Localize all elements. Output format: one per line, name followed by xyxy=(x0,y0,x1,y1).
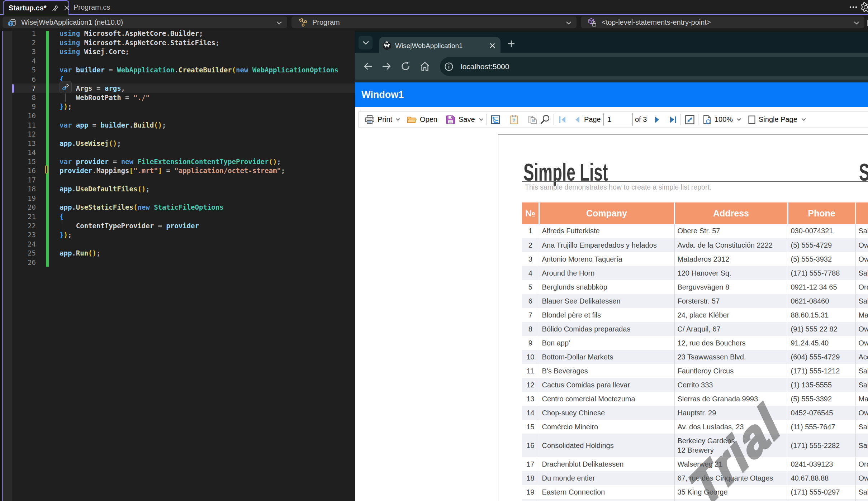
copy-page-button[interactable] xyxy=(527,111,537,128)
parameters-panel-button[interactable] xyxy=(491,111,500,128)
code-line-2[interactable]: 2using Microsoft.AspNetCore.StaticFiles; xyxy=(0,38,355,47)
code-line-25[interactable]: 25app.Run(); xyxy=(0,248,355,258)
document-outline-icon[interactable] xyxy=(866,19,868,27)
code-line-14[interactable]: 14 xyxy=(0,148,355,157)
table-cell: Sales Associate xyxy=(855,420,868,434)
line-number: 21 xyxy=(0,212,36,221)
forward-icon[interactable] xyxy=(381,61,392,73)
new-tab-button[interactable] xyxy=(507,40,515,49)
first-page-button[interactable] xyxy=(559,111,566,128)
table-cell: 17 xyxy=(522,457,539,471)
table-row: 13Centro comercial MoctezumaSierras de G… xyxy=(522,392,868,406)
table-cell: Owner xyxy=(855,322,868,336)
code-text: provider.Mappings[".mrt"] = "application… xyxy=(60,166,285,175)
table-cell: Sales Agent xyxy=(855,378,868,392)
code-text: WebRootPath = "./" xyxy=(60,93,150,102)
table-cell: 88.60.15.31 xyxy=(788,308,855,322)
home-icon[interactable] xyxy=(419,61,430,73)
page-copy-icon xyxy=(527,115,537,124)
code-line-11[interactable]: 11var app = builder.Build(); xyxy=(0,120,355,130)
close-icon[interactable] xyxy=(63,5,70,11)
pin-icon[interactable] xyxy=(52,4,59,11)
browser-tab-title: WisejWebApplication1 xyxy=(395,42,463,50)
print-label: Print xyxy=(378,115,392,124)
code-line-4[interactable]: 4 xyxy=(0,56,355,66)
gear-icon[interactable] xyxy=(861,2,868,12)
site-info-icon[interactable] xyxy=(444,62,454,71)
resources-button[interactable]: ? xyxy=(509,111,518,128)
method-cube-lock-icon xyxy=(587,18,597,27)
code-line-19[interactable]: 19 xyxy=(0,194,355,203)
code-line-21[interactable]: 21{ xyxy=(0,212,355,221)
type-dropdown[interactable]: Program xyxy=(291,16,577,28)
close-icon[interactable] xyxy=(489,43,495,49)
more-options-icon[interactable] xyxy=(849,6,857,9)
code-line-15[interactable]: 15var provider = new FileExtensionConten… xyxy=(0,157,355,166)
vs-tab-program-cs[interactable]: Program.cs xyxy=(73,0,110,14)
line-number: 2 xyxy=(0,38,36,47)
code-line-24[interactable]: 24 xyxy=(0,239,355,249)
table-cell: 40.67.88.88 xyxy=(788,471,855,485)
line-number: 7 xyxy=(0,84,36,93)
table-cell: 4 xyxy=(522,266,539,280)
code-line-20[interactable]: 20app.UseStaticFiles(new StaticFileOptio… xyxy=(0,202,355,212)
table-row: 5Berglunds snabbköpBerguvsvägen 80921-12… xyxy=(522,280,868,294)
zoom-button[interactable]: 100% xyxy=(702,111,741,128)
code-line-12[interactable]: 12 xyxy=(0,129,355,139)
table-cell: 20 xyxy=(522,499,539,501)
code-line-23[interactable]: 23}); xyxy=(0,230,355,239)
last-page-button[interactable] xyxy=(669,111,677,128)
table-cell: Sierras de Granada 9993 xyxy=(674,392,788,406)
code-line-8[interactable]: 8 WebRootPath = "./" xyxy=(0,93,355,102)
browser-tab[interactable]: WisejWebApplication1 xyxy=(379,37,501,54)
url-text: localhost:5000 xyxy=(461,62,509,71)
vs-tab-startup-cs[interactable]: Startup.cs* xyxy=(3,0,69,15)
project-dropdown-label: WisejWebApplication1 (net10.0) xyxy=(21,18,123,27)
save-button[interactable]: Save xyxy=(446,111,484,128)
code-line-10[interactable]: 10 xyxy=(0,111,355,120)
next-page-button[interactable] xyxy=(654,111,660,128)
table-cell: B's Beverages xyxy=(539,364,674,378)
code-line-5[interactable]: 5var builder = WebApplication.CreateBuil… xyxy=(0,65,355,75)
code-line-7[interactable]: 7 Args = args, xyxy=(0,84,355,93)
page-number-input[interactable] xyxy=(603,113,633,126)
quick-actions-button[interactable] xyxy=(60,81,72,93)
code-line-17[interactable]: 17 xyxy=(0,175,355,185)
code-line-9[interactable]: 9}); xyxy=(0,102,355,111)
save-label: Save xyxy=(459,115,475,124)
table-cell: (5) 555-3392 xyxy=(788,392,855,406)
previous-page-button[interactable] xyxy=(574,111,580,128)
table-row: 14Chop-suey ChineseHauptstr. 290452-0765… xyxy=(522,406,868,420)
tab-search-button[interactable] xyxy=(359,36,373,49)
project-dropdown[interactable]: WisejWebApplication1 (net10.0) xyxy=(3,16,287,28)
svg-text:?: ? xyxy=(513,118,516,123)
find-button[interactable] xyxy=(540,111,550,128)
screwdriver-icon xyxy=(61,83,70,91)
member-dropdown[interactable]: <top-level-statements-entry-point> xyxy=(581,16,864,28)
line-number: 19 xyxy=(0,194,36,203)
address-bar[interactable]: localhost:5000 xyxy=(440,57,868,76)
fullscreen-button[interactable] xyxy=(684,111,695,128)
wisej-window-titlebar[interactable]: Window1 xyxy=(355,82,868,107)
indent-guide xyxy=(62,221,62,230)
vs-code-editor[interactable]: 1using Microsoft.AspNetCore.Builder;2usi… xyxy=(0,29,355,501)
code-line-18[interactable]: 18app.UseDefaultFiles(); xyxy=(0,184,355,194)
code-line-13[interactable]: 13app.UseWisej(); xyxy=(0,139,355,148)
print-button[interactable]: Print xyxy=(365,111,400,128)
type-dropdown-label: Program xyxy=(312,18,340,27)
code-line-6[interactable]: 6{ xyxy=(0,75,355,84)
code-line-16[interactable]: 16provider.Mappings[".mrt"] = "applicati… xyxy=(0,166,355,175)
open-button[interactable]: Open xyxy=(407,111,437,128)
table-cell: Sales Representative xyxy=(855,266,868,280)
back-icon[interactable] xyxy=(363,61,374,73)
code-line-26[interactable]: 26 xyxy=(0,258,355,267)
line-number: 26 xyxy=(0,258,36,267)
reload-icon[interactable] xyxy=(400,61,411,73)
table-row: 16Consolidated HoldingsBerkeley Gardens … xyxy=(522,434,868,457)
zoom-page-icon xyxy=(702,115,712,125)
code-line-3[interactable]: 3using Wisej.Core; xyxy=(0,47,355,56)
table-cell: (171) 555-2282 xyxy=(788,434,855,457)
view-mode-button[interactable]: Single Page xyxy=(748,111,806,128)
code-line-22[interactable]: 22 ContentTypeProvider = provider xyxy=(0,221,355,230)
code-line-1[interactable]: 1using Microsoft.AspNetCore.Builder; xyxy=(0,29,355,38)
